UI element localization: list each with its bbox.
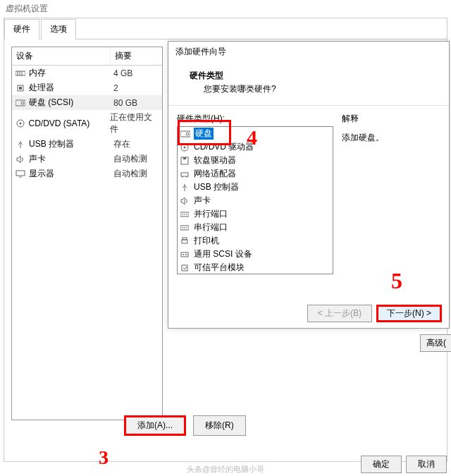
hardware-item[interactable]: 打印机 (178, 234, 333, 248)
hardware-item-label: 声卡 (194, 195, 211, 207)
hardware-item[interactable]: USB 控制器 (178, 181, 333, 194)
svg-point-9 (19, 123, 21, 125)
device-value: 存在 (113, 138, 130, 150)
tpm-icon (180, 264, 192, 272)
header-summary: 摘要 (111, 47, 136, 65)
device-name: 显示器 (29, 168, 113, 180)
display-icon (15, 170, 26, 178)
svg-rect-10 (16, 171, 25, 176)
hardware-item[interactable]: 软盘驱动器 (178, 154, 333, 167)
device-row[interactable]: 硬盘 (SCSI) 80 GB (12, 95, 162, 110)
device-value: 4 GB (113, 68, 132, 78)
cpu-icon (15, 84, 26, 92)
device-value: 2 (113, 83, 118, 93)
disk-icon (15, 99, 26, 107)
device-row[interactable]: 处理器 2 (12, 80, 162, 95)
device-row[interactable]: USB 控制器 存在 (12, 137, 162, 152)
tabs: 硬件 选项 (4, 18, 447, 39)
device-name: 内存 (29, 67, 113, 79)
device-row[interactable]: 内存 4 GB (12, 66, 162, 80)
device-value: 正在使用文件 (110, 111, 159, 135)
hardware-item-label: 软盘驱动器 (194, 154, 236, 166)
port-icon (180, 225, 192, 231)
svg-rect-29 (182, 240, 187, 243)
device-name: 硬盘 (SCSI) (29, 97, 113, 109)
sound-icon (15, 155, 26, 164)
header-device: 设备 (12, 47, 111, 65)
port-icon (180, 212, 192, 217)
annotation-5: 5 (391, 268, 402, 294)
svg-rect-0 (16, 71, 25, 75)
hardware-item-label: 网络适配器 (194, 168, 236, 180)
hardware-item-label: 通用 SCSI 设备 (194, 248, 252, 260)
add-button[interactable]: 添加(A)... (124, 415, 186, 436)
hardware-item-label: 硬盘 (194, 128, 214, 140)
svg-point-32 (183, 254, 184, 255)
cd-icon (15, 119, 25, 128)
svg-rect-17 (183, 157, 186, 159)
device-name: CD/DVD (SATA) (28, 118, 110, 128)
device-name: 声卡 (29, 153, 113, 165)
hardware-item-label: CD/DVD 驱动器 (194, 141, 254, 153)
ok-button[interactable]: 确定 (361, 456, 402, 473)
memory-icon (15, 69, 26, 78)
device-name: 处理器 (29, 82, 113, 94)
hardware-item-label: 打印机 (194, 235, 219, 247)
device-value: 80 GB (113, 98, 137, 108)
back-button: < 上一步(B) (307, 305, 372, 322)
hardware-item-label: 并行端口 (194, 208, 228, 220)
svg-rect-34 (182, 265, 187, 271)
printer-icon (180, 237, 192, 245)
annotation-3: 3 (99, 446, 109, 469)
device-value: 自动检测 (113, 153, 147, 165)
cd-icon (180, 143, 192, 152)
device-row[interactable]: 声卡 自动检测 (12, 152, 162, 166)
svg-point-13 (186, 133, 189, 135)
hardware-item[interactable]: 网络适配器 (178, 167, 333, 181)
hardware-item-label: USB 控制器 (194, 181, 239, 193)
add-hardware-wizard: 添加硬件向导 硬件类型 您要安装哪类硬件? 硬件类型(H): 硬盘CD/DVD … (168, 41, 450, 329)
net-icon (180, 170, 192, 178)
watermark: 头条@曾经的电脑小哥 (187, 464, 264, 475)
hardware-item[interactable]: 可信平台模块 (178, 261, 333, 274)
scsi-icon (180, 251, 192, 258)
disk-icon (180, 130, 192, 138)
usb-icon (180, 183, 192, 192)
next-button[interactable]: 下一步(N) > (376, 305, 442, 322)
device-value: 自动检测 (113, 168, 147, 180)
wizard-heading: 硬件类型 (190, 71, 223, 80)
explain-text: 添加硬盘。 (342, 132, 440, 144)
hardware-item-label: 串行端口 (194, 221, 228, 233)
usb-icon (15, 140, 26, 149)
remove-button[interactable]: 移除(R) (193, 415, 246, 436)
device-list: 设备 摘要 内存 4 GB 处理器 2 硬盘 (SCSI) 80 GB CD/D… (11, 47, 163, 420)
svg-point-15 (184, 146, 186, 148)
device-name: USB 控制器 (29, 138, 113, 150)
svg-point-33 (185, 254, 187, 255)
window-title: 虚拟机设置 (0, 0, 451, 18)
hardware-item[interactable]: 通用 SCSI 设备 (178, 248, 333, 261)
floppy-icon (180, 157, 192, 165)
hardware-item[interactable]: 并行端口 (178, 207, 333, 221)
hardware-item[interactable]: 串行端口 (178, 221, 333, 234)
wizard-question: 您要安装哪类硬件? (204, 83, 435, 95)
annotation-4: 4 (247, 126, 257, 149)
device-row[interactable]: 显示器 自动检测 (12, 166, 162, 181)
svg-rect-31 (181, 252, 188, 257)
svg-point-7 (21, 102, 24, 104)
svg-rect-30 (183, 238, 187, 240)
explain-label: 解释 (342, 113, 440, 125)
wizard-title: 添加硬件向导 (168, 42, 449, 63)
hardware-item-label: 可信平台模块 (194, 262, 245, 274)
sound-icon (180, 197, 192, 205)
svg-rect-5 (19, 87, 22, 90)
cancel-button[interactable]: 取消 (406, 456, 447, 473)
advanced-button[interactable]: 高级( (420, 334, 451, 352)
hardware-item[interactable]: 声卡 (178, 194, 333, 207)
svg-rect-18 (181, 173, 188, 176)
tab-options[interactable]: 选项 (41, 19, 76, 39)
hardware-type-label: 硬件类型(H): (177, 113, 333, 125)
device-row[interactable]: CD/DVD (SATA) 正在使用文件 (12, 110, 162, 137)
tab-hardware[interactable]: 硬件 (4, 19, 39, 39)
